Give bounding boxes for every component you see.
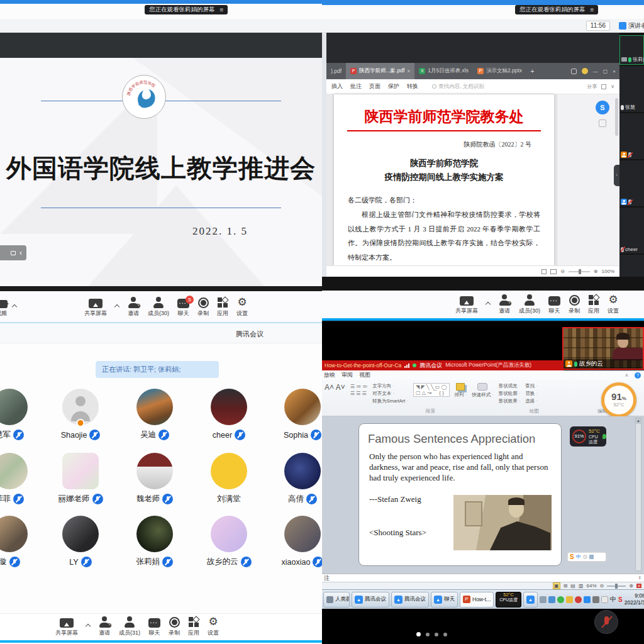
tray-updates-icon[interactable] (601, 596, 608, 603)
zoom-slider[interactable] (607, 586, 626, 587)
arrange-button[interactable]: 排列 (455, 383, 467, 398)
participant-tile[interactable]: 吴迪 (117, 389, 192, 440)
quick-styles-button[interactable]: 快速样式 (472, 383, 494, 398)
taskbar-app-button[interactable]: ▲聊天 (431, 592, 458, 608)
tray-volume-icon[interactable] (592, 596, 599, 603)
reading-view-icon[interactable]: ▤ (570, 583, 575, 589)
participant-tile[interactable]: 丽娜老师 (43, 453, 118, 504)
participant-tile[interactable]: 慧军 (0, 389, 47, 440)
participant-tile[interactable]: 菲菲 (0, 453, 47, 504)
chat-button[interactable]: 5 聊天 (177, 297, 189, 318)
menu-comment[interactable]: 批注 (350, 82, 362, 91)
ime-emoji-icon[interactable] (583, 555, 587, 559)
ime-mode-icon[interactable]: 中 (576, 553, 581, 560)
share-screen-button[interactable]: 共享屏幕 (84, 297, 107, 318)
record-button[interactable]: 录制 (169, 616, 180, 637)
menu-icon[interactable]: ≡ (220, 6, 224, 13)
record-button[interactable]: 录制 (197, 297, 209, 318)
zoom-in-icon[interactable]: ⊕ (629, 583, 633, 589)
share-button[interactable]: 分享 (587, 83, 597, 90)
wps-tab[interactable]: ).pdf (326, 63, 346, 79)
carousel-dot-active[interactable] (416, 632, 421, 636)
taskbar-clock[interactable]: 9:08 2022/1/3 (625, 592, 644, 606)
close-icon[interactable]: × (636, 584, 641, 588)
zoom-level[interactable]: 64% (586, 583, 596, 589)
menu-insert[interactable]: 插入 (331, 82, 343, 91)
watching-screen-banner[interactable]: 您正在观看张莉娟的屏幕 ≡ (145, 5, 228, 14)
shape-format-stack[interactable]: 形状填充形状轮廓形状效果 (499, 383, 521, 404)
scrollbar[interactable]: ▲ (635, 418, 641, 571)
participant-tile[interactable]: Sophia (265, 389, 322, 440)
zoom-slider[interactable] (569, 271, 590, 272)
participant-tile[interactable]: 刘满堂 (191, 453, 267, 504)
sogou-icon[interactable]: S (570, 553, 574, 560)
menu-page[interactable]: 页面 (369, 82, 380, 91)
share-screen-button[interactable]: 共享屏幕 (455, 294, 478, 315)
members-button[interactable]: 成员(30) (148, 297, 169, 318)
tray-display-icon[interactable] (540, 596, 547, 603)
watching-screen-banner[interactable]: 您正在观看张莉娟的屏幕 ≡ (515, 5, 598, 14)
wps-tab[interactable]: X 1月5日值班表.xls (414, 63, 473, 79)
chat-button[interactable]: 聊天 (148, 616, 160, 637)
prev-page-icon[interactable]: ‹ (19, 250, 22, 256)
speaker-video-tile[interactable]: 故乡的云 (562, 327, 644, 370)
zoom-out-icon[interactable]: ⊖ (600, 583, 604, 589)
video-tile-active[interactable]: 张莉娟 (619, 35, 644, 65)
zoom-in-icon[interactable]: ⊕ (594, 269, 598, 274)
notes-scroll-buttons[interactable]: ⇕ (638, 575, 641, 580)
share-options-caret[interactable] (486, 302, 491, 307)
ime-toolbar[interactable]: S 中 (567, 552, 606, 562)
sogou-tray-icon[interactable]: S (618, 596, 623, 603)
pages-icon[interactable] (11, 251, 16, 255)
share-screen-button[interactable]: 共享屏幕 (55, 616, 78, 637)
tray-antivirus-icon[interactable] (575, 596, 582, 603)
tray-qq-icon[interactable] (584, 596, 591, 603)
assistant-icon[interactable] (582, 68, 588, 74)
video-tile[interactable] (619, 255, 644, 277)
close-tab-icon[interactable]: × (407, 68, 410, 74)
participant-tile[interactable]: 璇 (0, 516, 47, 567)
carousel-dot[interactable] (435, 633, 438, 636)
collapse-ribbon-icon[interactable]: ∨ (611, 84, 614, 89)
ime-indicator[interactable]: 中 (610, 595, 616, 604)
page-nav-overlay[interactable]: ‹ (0, 245, 26, 260)
video-tile[interactable]: 张慧 (619, 66, 644, 112)
invite-button[interactable]: + 邀请 (98, 616, 111, 637)
participant-tile[interactable]: 张莉娟 (117, 516, 192, 567)
ppt-slide[interactable]: Famous Sentences Appreciation Only the p… (358, 423, 562, 566)
strip-collapse-handle[interactable]: › (614, 165, 619, 186)
close-icon[interactable]: × (613, 69, 616, 74)
notes-pane[interactable]: 注 ⇕ (322, 574, 644, 582)
zoom-out-icon[interactable]: ⊖ (560, 269, 565, 274)
menu-protect[interactable]: 保护 (388, 82, 399, 91)
help-icon[interactable]: ? (635, 372, 641, 379)
participant-tile[interactable]: 故乡的云 (191, 516, 267, 567)
apps-button[interactable]: 应用 (588, 294, 599, 315)
slideshow-view-icon[interactable]: ▥ (579, 583, 584, 589)
invite-button[interactable]: + 邀请 (498, 294, 511, 315)
menu-slideshow[interactable]: 放映 (324, 371, 335, 379)
members-button[interactable]: 成员(30) (519, 294, 540, 315)
invite-button[interactable]: + 邀请 (127, 297, 140, 318)
taskbar-app-button-active[interactable]: P How-t... (460, 592, 494, 608)
video-button[interactable]: 视频 (0, 297, 8, 318)
menu-view[interactable]: 视图 (359, 371, 370, 379)
menu-review[interactable]: 审阅 (341, 371, 353, 379)
settings-button[interactable]: ⚙ 设置 (608, 294, 619, 315)
carousel-dot[interactable] (426, 633, 430, 636)
wps-search[interactable]: 查找内容, 文档识别 (432, 83, 484, 91)
participant-tile[interactable]: 高倩 (265, 453, 322, 504)
cpu-temp-taskbar-widget[interactable]: 52°C CPU温度 (496, 592, 521, 608)
wps-account-avatar[interactable]: S (596, 101, 609, 114)
print-icon[interactable] (601, 84, 606, 89)
minimize-icon[interactable]: — (593, 69, 598, 74)
apps-button[interactable]: 应用 (217, 297, 228, 318)
mute-button[interactable] (594, 610, 618, 634)
taskbar-app-button[interactable]: ▲腾讯会议 (352, 592, 389, 608)
wps-tab-active[interactable]: P 陕西学前师...案.pdf × (346, 63, 414, 79)
record-button[interactable]: 录制 (569, 294, 580, 315)
carousel-dots[interactable] (416, 632, 447, 636)
share-options-caret[interactable] (86, 624, 91, 629)
ime-keyboard-icon[interactable] (589, 555, 594, 559)
video-tile[interactable] (619, 160, 644, 206)
